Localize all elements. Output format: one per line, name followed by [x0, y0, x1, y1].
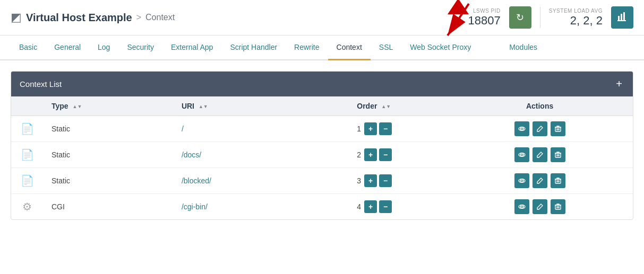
row-actions — [446, 194, 633, 220]
system-load-value: 2, 2, 2 — [549, 14, 603, 28]
chart-button[interactable] — [611, 6, 633, 29]
col-icon — [11, 96, 43, 116]
row-uri: / — [173, 116, 301, 142]
tab-context[interactable]: Context — [328, 36, 371, 60]
delete-button[interactable] — [551, 199, 565, 214]
sort-icon-uri: ▲▼ — [199, 104, 208, 109]
tab-script-handler[interactable]: Script Handler — [221, 36, 286, 60]
header-divider — [540, 7, 540, 28]
document-icon: 📄 — [21, 175, 34, 187]
chart-icon — [617, 12, 627, 24]
order-down-button[interactable]: − — [379, 148, 392, 161]
row-uri: /blocked/ — [173, 168, 301, 194]
order-up-button[interactable]: + — [364, 200, 377, 213]
table-title: Context List — [20, 79, 62, 89]
col-actions: Actions — [446, 96, 633, 116]
row-uri: /cgi-bin/ — [173, 194, 301, 220]
order-down-button[interactable]: − — [379, 174, 392, 187]
svg-point-8 — [521, 128, 522, 129]
system-load-label: SYSTEM LOAD AVG — [549, 8, 603, 14]
tab-general[interactable]: General — [46, 36, 89, 60]
context-table: Type ▲▼ URI ▲▼ Order ▲▼ Actions 📄Static/… — [11, 96, 633, 219]
order-down-button[interactable]: − — [379, 122, 392, 135]
svg-rect-0 — [618, 16, 620, 20]
order-up-button[interactable]: + — [364, 174, 377, 187]
col-order: Order ▲▼ — [301, 96, 446, 116]
row-order: 1 + − — [301, 116, 446, 142]
lsws-pid-label: LSWS PID — [468, 8, 501, 14]
view-button[interactable] — [514, 173, 529, 188]
order-up-button[interactable]: + — [364, 148, 377, 161]
tab-security[interactable]: Security — [118, 36, 162, 60]
row-actions — [446, 116, 633, 142]
row-uri: /docs/ — [173, 142, 301, 168]
row-icon-cell: 📄 — [11, 116, 43, 142]
tab-log[interactable]: Log — [89, 36, 118, 60]
row-icon-cell: ⚙ — [11, 194, 43, 220]
row-type: Static — [43, 142, 173, 168]
uri-link[interactable]: /docs/ — [182, 151, 201, 159]
table-row: 📄Static/docs/ 2 + − — [11, 142, 633, 168]
order-number: 3 — [356, 176, 362, 185]
cube-icon: ◩ — [11, 11, 22, 24]
order-number: 2 — [356, 151, 362, 159]
header-stats: LSWS PID 18807 ↻ SYSTEM LOAD AVG 2, 2, 2 — [468, 6, 633, 29]
view-button[interactable] — [514, 199, 529, 214]
svg-point-32 — [521, 206, 522, 207]
nav-area: Basic General Log Security External App … — [0, 36, 644, 60]
order-down-button[interactable]: − — [379, 200, 392, 213]
edit-button[interactable] — [533, 147, 547, 162]
row-icon-cell: 📄 — [11, 168, 43, 194]
tab-rewrite[interactable]: Rewrite — [286, 36, 328, 60]
tab-web-socket-proxy[interactable]: Web Socket Proxy — [401, 36, 479, 60]
system-load-block: SYSTEM LOAD AVG 2, 2, 2 — [549, 8, 603, 28]
lsws-pid-value: 18807 — [468, 14, 501, 28]
view-button[interactable] — [514, 121, 529, 136]
svg-rect-2 — [623, 12, 625, 20]
nav-tabs: Basic General Log Security External App … — [11, 36, 633, 59]
edit-button[interactable] — [533, 199, 547, 214]
context-subtitle: Context — [145, 13, 175, 22]
delete-button[interactable] — [551, 121, 565, 136]
table-row: 📄Static/ 1 + − — [11, 116, 633, 142]
edit-button[interactable] — [533, 173, 547, 188]
table-row: 📄Static/blocked/ 3 + − — [11, 168, 633, 194]
document-icon: 📄 — [21, 123, 34, 135]
document-icon: 📄 — [21, 149, 34, 161]
row-type: Static — [43, 116, 173, 142]
row-actions — [446, 168, 633, 194]
svg-rect-3 — [617, 20, 626, 21]
table-header-row: Type ▲▼ URI ▲▼ Order ▲▼ Actions — [11, 96, 633, 116]
table-header-bar: Context List + — [11, 72, 633, 96]
row-order: 3 + − — [301, 168, 446, 194]
delete-button[interactable] — [551, 173, 565, 188]
row-type: CGI — [43, 194, 173, 220]
row-actions — [446, 142, 633, 168]
tab-modules[interactable]: Modules — [501, 36, 546, 60]
uri-link[interactable]: /blocked/ — [182, 176, 211, 185]
tab-ssl[interactable]: SSL — [371, 36, 401, 60]
col-uri: URI ▲▼ — [173, 96, 301, 116]
delete-button[interactable] — [551, 147, 565, 162]
order-up-button[interactable]: + — [364, 122, 377, 135]
sort-icon-type: ▲▼ — [73, 104, 82, 109]
title-separator: > — [136, 13, 141, 22]
context-list-container: Context List + Type ▲▼ URI ▲▼ Order ▲▼ A… — [11, 71, 633, 220]
refresh-button[interactable]: ↻ — [509, 6, 531, 29]
uri-link[interactable]: /cgi-bin/ — [182, 202, 208, 211]
uri-link[interactable]: / — [182, 125, 184, 133]
svg-point-24 — [521, 180, 522, 181]
page-header: ◩ Virtual Host Example > Context LSWS PI… — [0, 0, 644, 36]
row-icon-cell: 📄 — [11, 142, 43, 168]
tab-external-app[interactable]: External App — [162, 36, 221, 60]
order-number: 1 — [356, 125, 362, 133]
row-order: 4 + − — [301, 194, 446, 220]
edit-button[interactable] — [533, 121, 547, 136]
add-context-button[interactable]: + — [614, 78, 624, 90]
tab-basic[interactable]: Basic — [11, 36, 46, 60]
row-order: 2 + − — [301, 142, 446, 168]
order-number: 4 — [356, 202, 362, 211]
col-type: Type ▲▼ — [43, 96, 173, 116]
gear-icon: ⚙ — [22, 201, 32, 213]
view-button[interactable] — [514, 147, 529, 162]
